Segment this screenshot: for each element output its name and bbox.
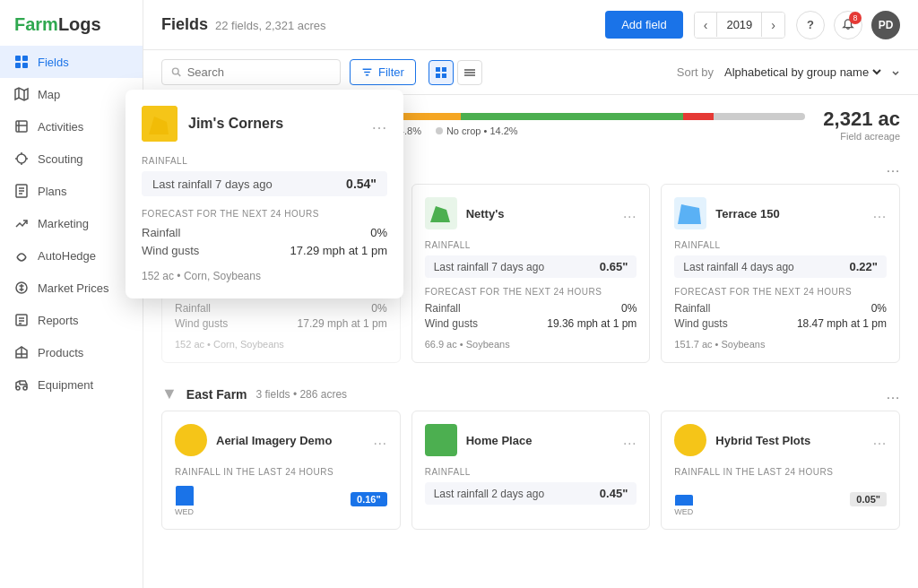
group2-expand-icon[interactable]: ▼	[161, 385, 178, 403]
card-homeplace-more[interactable]: …	[622, 432, 637, 448]
card-homeplace-header: Home Place …	[425, 424, 637, 456]
group2-more[interactable]: …	[886, 386, 900, 402]
card-terrace150-header: Terrace 150 …	[674, 197, 887, 229]
acreage-info: 2,321 ac Field acreage	[823, 108, 900, 142]
sidebar-item-products[interactable]: Products	[0, 336, 143, 368]
card-nettys-header: Netty's …	[425, 197, 637, 229]
current-year: 2019	[716, 13, 762, 37]
card-hybrid-thumb	[674, 424, 706, 456]
card-terrace150[interactable]: Terrace 150 … RAINFALL Last rainfall 4 d…	[661, 184, 900, 363]
popup-rain-row: Last rainfall 7 days ago 0.54"	[143, 171, 387, 196]
popup-forecast-row-rain: Rainfall 0%	[143, 226, 387, 239]
aerial-bar-section: RAINFALL IN THE LAST 24 HOURS WED 0.16"	[175, 467, 387, 516]
forecast-label-2: FORECAST FOR THE NEXT 24 HOURS	[425, 287, 637, 297]
sort-select[interactable]: Alphabetical by group name Alphabetical …	[721, 65, 884, 80]
sidebar-item-marketing[interactable]: Marketing	[0, 207, 143, 239]
hybrid-bar-value: 0.05"	[850, 492, 887, 506]
forecast-row-1b: Wind gusts 17.29 mph at 1 pm	[175, 317, 387, 330]
legend-nocrop: No crop • 14.2%	[436, 125, 518, 136]
popup-rain-value: 0.54"	[346, 177, 377, 191]
sidebar-nav: Fields Map Activities Scou	[0, 46, 143, 588]
forecast-val-wind-2: 19.36 mph at 1 pm	[547, 317, 637, 330]
popup-field-icon	[143, 106, 178, 142]
search-input[interactable]	[187, 65, 331, 79]
card-aerial[interactable]: Aerial Imagery Demo … RAINFALL IN THE LA…	[161, 411, 401, 530]
acreage-label: Field acreage	[823, 131, 900, 142]
hybrid-bar-wed-label: WED	[674, 507, 693, 516]
aerial-bar-wed: WED	[175, 486, 194, 516]
sidebar-item-plans[interactable]: Plans	[0, 175, 143, 207]
svg-rect-3	[22, 63, 28, 68]
sidebar-label-market-prices: Market Prices	[38, 281, 108, 295]
products-icon	[14, 345, 29, 359]
grid-view-button[interactable]	[429, 60, 454, 85]
sidebar-item-autohedge[interactable]: AutoHedge	[0, 239, 143, 272]
notification-badge: 8	[849, 12, 862, 24]
help-button[interactable]: ?	[796, 11, 825, 39]
popup-field-name: Jim's Corners	[188, 116, 360, 132]
prev-year-button[interactable]: ‹	[695, 13, 717, 38]
marketing-icon	[14, 216, 29, 230]
sidebar-item-map[interactable]: Map	[0, 78, 143, 110]
card-hybrid-more[interactable]: …	[872, 432, 887, 448]
logo-text: FarmLogs	[14, 14, 101, 34]
aerial-bar-wed-label: WED	[175, 507, 194, 516]
sidebar-item-equipment[interactable]: Equipment	[0, 368, 143, 401]
card-aerial-more[interactable]: …	[373, 432, 387, 448]
card-nettys[interactable]: Netty's … RAINFALL Last rainfall 7 days …	[411, 184, 651, 363]
forecast-val-wind-1: 17.29 mph at 1 pm	[298, 317, 387, 330]
rain-row-3: Last rainfall 4 days ago 0.22"	[674, 255, 887, 278]
scouting-icon	[14, 151, 29, 166]
forecast-val-rain-3: 0%	[871, 302, 887, 315]
popup-more-btn[interactable]: …	[371, 115, 387, 134]
add-field-button[interactable]: Add field	[605, 11, 683, 39]
popup-footer: 152 ac • Corn, Soybeans	[143, 270, 387, 282]
card-hybrid[interactable]: Hybrid Test Plots … RAINFALL IN THE LAST…	[661, 411, 900, 530]
sidebar-label-scouting: Scouting	[38, 152, 83, 166]
rain-text-2: Last rainfall 7 days ago	[434, 261, 544, 273]
page-title: Fields	[161, 15, 208, 34]
notifications-button[interactable]: 8	[834, 11, 862, 39]
sidebar-label-products: Products	[38, 346, 83, 359]
svg-rect-40	[436, 74, 440, 78]
svg-rect-38	[436, 67, 440, 72]
progress-nocrop	[714, 113, 805, 120]
sidebar-item-reports[interactable]: Reports	[0, 304, 143, 336]
filter-button[interactable]: Filter	[350, 59, 416, 85]
sidebar-item-scouting[interactable]: Scouting	[0, 143, 143, 175]
sidebar-item-activities[interactable]: Activities	[0, 110, 143, 143]
plans-icon	[14, 184, 29, 198]
search-box[interactable]	[161, 59, 341, 85]
forecast-key-wind-3: Wind gusts	[674, 317, 727, 330]
field-popup: Jim's Corners … RAINFALL Last rainfall 7…	[143, 90, 403, 298]
sidebar-label-fields: Fields	[38, 56, 69, 69]
popup-forecast-key-rain: Rainfall	[143, 226, 180, 239]
hybrid-bar-section: RAINFALL IN THE LAST 24 HOURS WED 0.05"	[674, 467, 887, 516]
card-homeplace[interactable]: Home Place … RAINFALL Last rainfall 2 da…	[411, 411, 651, 530]
popup-forecast-key-wind: Wind gusts	[143, 244, 199, 257]
card-nettys-more[interactable]: …	[622, 205, 637, 221]
progress-soybeans	[461, 113, 683, 120]
sort-section: Sort by Alphabetical by group name Alpha…	[677, 65, 900, 80]
sort-label: Sort by	[677, 65, 714, 79]
list-view-button[interactable]	[457, 60, 482, 85]
map-icon	[14, 87, 29, 101]
sidebar-label-activities: Activities	[38, 120, 83, 134]
card-homeplace-thumb	[425, 424, 457, 456]
sidebar-item-fields[interactable]: Fields	[0, 46, 143, 78]
nocrop-label: No crop • 14.2%	[446, 125, 518, 136]
logo: FarmLogs	[0, 0, 143, 46]
aerial-bars: WED 0.16"	[175, 482, 387, 516]
next-year-button[interactable]: ›	[762, 13, 784, 38]
user-avatar[interactable]: PD	[871, 11, 900, 39]
card-terrace150-more[interactable]: …	[872, 205, 887, 221]
sidebar-item-market-prices[interactable]: Market Prices	[0, 272, 143, 304]
market-icon	[14, 281, 29, 295]
group1-more[interactable]: …	[886, 160, 900, 176]
sidebar-label-plans: Plans	[38, 185, 67, 198]
card-footer-1: 152 ac • Corn, Soybeans	[175, 339, 387, 350]
app-container: FarmLogs Fields Map	[0, 0, 918, 588]
forecast-key-rain-3: Rainfall	[674, 302, 710, 315]
card-aerial-header: Aerial Imagery Demo …	[175, 424, 387, 456]
homeplace-rain-label: RAINFALL	[425, 467, 637, 477]
